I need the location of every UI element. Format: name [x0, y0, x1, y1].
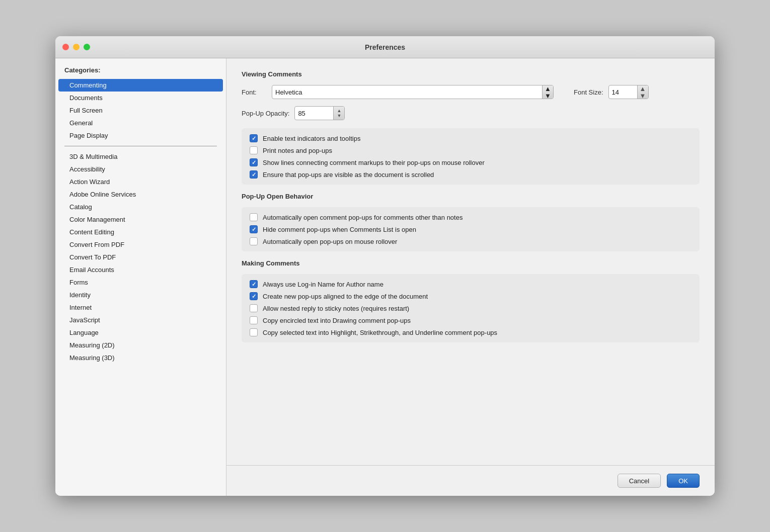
font-label: Font: — [242, 88, 267, 96]
sidebar-item-full-screen[interactable]: Full Screen — [55, 104, 226, 117]
sidebar-item-page-display[interactable]: Page Display — [55, 129, 226, 142]
cb-row-show-lines: Show lines connecting comment markups to… — [250, 158, 691, 166]
sidebar-item-javascript[interactable]: JavaScript — [55, 314, 226, 326]
sidebar-item-identity[interactable]: Identity — [55, 289, 226, 301]
font-size-arrows[interactable]: ▲▼ — [637, 85, 648, 99]
popup-open-behavior-section: Automatically open comment pop-ups for c… — [242, 207, 700, 251]
font-select-arrows[interactable]: ▲▼ — [542, 85, 553, 99]
ok-button[interactable]: OK — [667, 474, 700, 488]
cb-row-copy-encircled: Copy encircled text into Drawing comment… — [250, 316, 691, 324]
checkbox-create-new-popups[interactable] — [250, 292, 258, 300]
sidebar-item-adobe-online[interactable]: Adobe Online Services — [55, 188, 226, 201]
opacity-label: Pop-Up Opacity: — [242, 110, 289, 117]
font-value: Helvetica — [275, 88, 302, 96]
sidebar-item-internet[interactable]: Internet — [55, 301, 226, 314]
cb-row-ensure-popups: Ensure that pop-ups are visible as the d… — [250, 170, 691, 179]
sidebar-item-color-management[interactable]: Color Management — [55, 213, 226, 226]
label-allow-nested-reply: Allow nested reply to sticky notes (requ… — [263, 305, 409, 312]
cb-row-print-notes: Print notes and pop-ups — [250, 146, 691, 154]
checkbox-enable-text-indicators[interactable] — [250, 134, 258, 142]
window-controls — [62, 44, 90, 50]
window-title: Preferences — [365, 43, 405, 51]
cb-row-allow-nested: Allow nested reply to sticky notes (requ… — [250, 304, 691, 312]
minimize-button[interactable] — [73, 44, 80, 50]
preferences-window: Preferences Categories: Commenting Docum… — [55, 36, 715, 496]
sidebar-item-convert-from-pdf[interactable]: Convert From PDF — [55, 238, 226, 251]
cb-row-always-use-login: Always use Log-in Name for Author name — [250, 280, 691, 288]
label-auto-open-rollover: Automatically open pop-ups on mouse roll… — [263, 238, 397, 245]
sidebar-item-language[interactable]: Language — [55, 326, 226, 339]
sidebar-item-documents[interactable]: Documents — [55, 92, 226, 104]
viewing-checkboxes-section: Enable text indicators and tooltips Prin… — [242, 128, 700, 185]
popup-open-behavior-title: Pop-Up Open Behavior — [242, 193, 700, 200]
cb-row-create-new-popups: Create new pop-ups aligned to the edge o… — [250, 292, 691, 300]
label-auto-open-comments: Automatically open comment pop-ups for c… — [263, 214, 463, 221]
font-size-label: Font Size: — [574, 88, 603, 96]
checkbox-auto-open-comments[interactable] — [250, 213, 258, 221]
sidebar-item-content-editing[interactable]: Content Editing — [55, 226, 226, 238]
checkbox-copy-encircled[interactable] — [250, 316, 258, 324]
sidebar-item-3d-multimedia[interactable]: 3D & Multimedia — [55, 150, 226, 163]
cb-row-hide-comment-popups: Hide comment pop-ups when Comments List … — [250, 225, 691, 233]
label-copy-encircled: Copy encircled text into Drawing comment… — [263, 317, 411, 324]
sidebar-item-convert-to-pdf[interactable]: Convert To PDF — [55, 251, 226, 263]
content-area: Categories: Commenting Documents Full Sc… — [55, 58, 715, 496]
label-create-new-popups: Create new pop-ups aligned to the edge o… — [263, 293, 428, 300]
making-comments-title: Making Comments — [242, 259, 700, 267]
font-row: Font: Helvetica ▲▼ Font Size: 14 ▲▼ — [242, 85, 700, 99]
checkbox-hide-comment-popups[interactable] — [250, 225, 258, 233]
checkbox-always-use-login[interactable] — [250, 280, 258, 288]
sidebar-divider — [64, 146, 217, 146]
sidebar-item-action-wizard[interactable]: Action Wizard — [55, 175, 226, 188]
cancel-button[interactable]: Cancel — [618, 474, 661, 488]
opacity-value: 85 — [298, 110, 305, 117]
label-hide-comment-popups: Hide comment pop-ups when Comments List … — [263, 226, 416, 233]
viewing-comments-title: Viewing Comments — [242, 70, 700, 78]
cb-row-auto-open-rollover: Automatically open pop-ups on mouse roll… — [250, 237, 691, 245]
checkbox-print-notes[interactable] — [250, 146, 258, 154]
label-print-notes: Print notes and pop-ups — [263, 147, 332, 154]
font-size-select[interactable]: 14 ▲▼ — [608, 85, 649, 99]
sidebar: Categories: Commenting Documents Full Sc… — [55, 58, 226, 496]
sidebar-item-commenting[interactable]: Commenting — [58, 79, 223, 92]
sidebar-item-catalog[interactable]: Catalog — [55, 201, 226, 213]
label-copy-selected: Copy selected text into Highlight, Strik… — [263, 329, 497, 336]
footer: Cancel OK — [226, 465, 715, 496]
font-size-value: 14 — [612, 88, 619, 96]
checkbox-allow-nested-reply[interactable] — [250, 304, 258, 312]
opacity-select[interactable]: 85 ▲▼ — [294, 106, 345, 120]
making-comments-section: Always use Log-in Name for Author name C… — [242, 274, 700, 342]
sidebar-item-measuring-2d[interactable]: Measuring (2D) — [55, 339, 226, 351]
cb-row-enable-text: Enable text indicators and tooltips — [250, 134, 691, 142]
label-enable-text-indicators: Enable text indicators and tooltips — [263, 135, 360, 142]
label-always-use-login: Always use Log-in Name for Author name — [263, 281, 383, 288]
sidebar-item-email-accounts[interactable]: Email Accounts — [55, 263, 226, 276]
label-show-lines: Show lines connecting comment markups to… — [263, 159, 485, 166]
titlebar: Preferences — [55, 36, 715, 58]
close-button[interactable] — [62, 44, 69, 50]
opacity-arrows[interactable]: ▲▼ — [333, 107, 344, 120]
cb-row-auto-open-comments: Automatically open comment pop-ups for c… — [250, 213, 691, 221]
checkbox-auto-open-rollover[interactable] — [250, 237, 258, 245]
sidebar-item-general[interactable]: General — [55, 117, 226, 129]
main-panel: Viewing Comments Font: Helvetica ▲▼ Font… — [226, 58, 715, 465]
maximize-button[interactable] — [84, 44, 90, 50]
sidebar-item-forms[interactable]: Forms — [55, 276, 226, 289]
checkbox-show-lines[interactable] — [250, 158, 258, 166]
label-ensure-popups: Ensure that pop-ups are visible as the d… — [263, 171, 434, 179]
sidebar-item-accessibility[interactable]: Accessibility — [55, 163, 226, 175]
opacity-row: Pop-Up Opacity: 85 ▲▼ — [242, 106, 700, 120]
cb-row-copy-selected: Copy selected text into Highlight, Strik… — [250, 328, 691, 336]
font-select[interactable]: Helvetica ▲▼ — [272, 85, 554, 99]
checkbox-copy-selected[interactable] — [250, 328, 258, 336]
checkbox-ensure-popups[interactable] — [250, 170, 258, 179]
sidebar-item-measuring-3d[interactable]: Measuring (3D) — [55, 351, 226, 364]
categories-label: Categories: — [55, 66, 226, 79]
